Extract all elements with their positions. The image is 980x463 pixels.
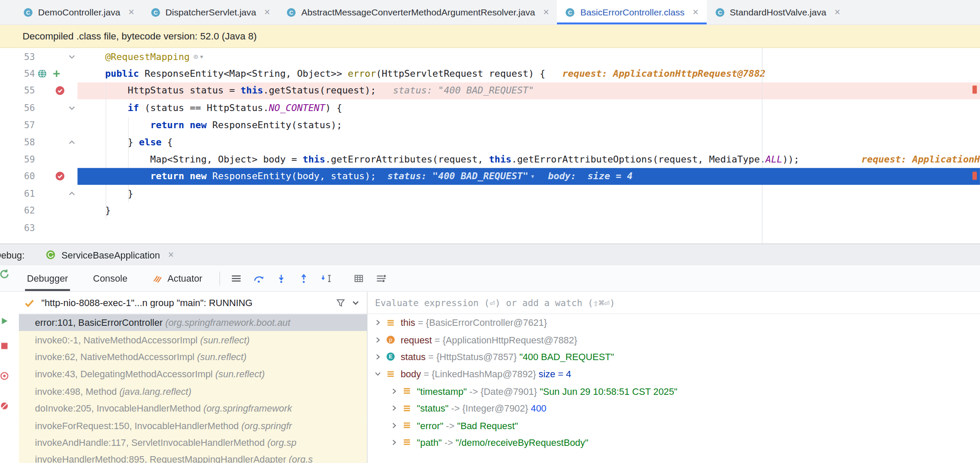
variable-row[interactable]: "path" -> "/demo/receiveByRequestBody" [367,434,980,451]
view-breakpoints-button[interactable] [0,368,12,383]
gutter[interactable]: 55 [0,82,78,99]
tool-tab-debugger[interactable]: Debugger [25,265,70,291]
stack-frame[interactable]: invoke:43, DelegatingMethodAccessorImpl … [19,365,367,382]
code-text[interactable]: public ResponseEntity<Map<String, Object… [78,65,980,82]
editor-tab[interactable]: CDispatcherServlet.java× [142,0,278,24]
variable-reference: {Integer@7902} [463,403,531,414]
gutter[interactable]: 57 [0,117,78,134]
close-tab-icon[interactable]: × [835,7,841,17]
fold-up-icon[interactable] [68,138,76,146]
gutter[interactable]: 54 [0,65,78,82]
chevron-right-icon[interactable] [389,439,399,446]
line-number: 55 [0,86,35,96]
close-tab-icon[interactable]: × [264,7,270,17]
filter-icon[interactable] [336,298,345,307]
layout-settings-button[interactable] [372,270,390,287]
chevron-right-icon[interactable] [372,319,382,326]
chevron-right-icon[interactable] [389,405,399,412]
frame-location: (org.springfr [242,420,292,431]
stack-frame[interactable]: invoke0:-1, NativeMethodAccessorImpl (su… [19,331,367,349]
breakpoint-icon[interactable] [55,86,65,96]
breakpoint-icon[interactable] [55,171,65,181]
code-text[interactable] [78,219,980,236]
chevron-right-icon[interactable] [389,422,399,429]
chevron-down-icon[interactable] [352,299,359,306]
variable-row[interactable]: body = {LinkedHashMap@7892} size = 4 [367,365,980,382]
tool-tab-label: Debugger [27,273,68,284]
indent-guide [128,117,129,202]
error-stripe-breakpoint-mark[interactable] [972,172,977,180]
code-text[interactable]: @RequestMapping⊙▾ [78,48,980,65]
editor-tab[interactable]: CDemoController.java× [15,0,142,24]
code-text[interactable]: Map<String, Object> body = this.getError… [78,151,980,168]
rerun-icon [0,268,10,280]
gutter[interactable]: 61 [0,185,78,202]
variable-row[interactable]: this = {BasicErrorController@7621} [367,314,980,331]
stack-frame[interactable]: error:101, BasicErrorController (org.spr… [19,314,367,331]
step-out-button[interactable] [295,270,312,287]
fold-down-icon[interactable] [68,53,76,60]
editor-tab[interactable]: CBasicErrorController.class× [557,0,706,24]
stack-frame[interactable]: doInvoke:205, InvocableHandlerMethod (or… [19,400,367,417]
evaluate-expression-input[interactable]: Evaluate expression (⏎) or add a watch (… [367,292,980,314]
close-session-icon[interactable]: × [168,249,174,260]
run-to-cursor-button[interactable] [318,270,335,287]
chevron-right-icon[interactable] [372,353,382,360]
close-tab-icon[interactable]: × [693,7,699,17]
stack-frame[interactable]: invoke:498, Method (java.lang.reflect) [19,382,367,400]
stack-frame[interactable]: invokeAndHandle:117, ServletInvocableHan… [19,434,367,451]
code-text[interactable]: return new ResponseEntity(body, status);… [78,168,980,185]
line-number: 53 [0,51,35,61]
variable-row[interactable]: "timestamp" -> {Date@7901} "Sun Jun 29 1… [367,382,980,400]
variable-row[interactable]: "error" -> "Bad Request" [367,417,980,434]
tool-tab-actuator[interactable]: Actuator [151,265,204,291]
chevron-right-icon[interactable] [389,388,399,394]
menu-button[interactable] [227,270,245,287]
stop-button[interactable] [0,338,12,353]
step-over-button[interactable] [250,270,267,287]
thread-selector[interactable]: "http-nio-8088-exec-1"...n group "main":… [19,292,367,314]
code-line: 55 HttpStatus status = this.getStatus(re… [0,82,980,99]
step-into-button[interactable] [272,270,290,287]
variable-row[interactable]: Estatus = {HttpStatus@7857} "400 BAD_REQ… [367,348,980,365]
view-as-table-button[interactable] [350,270,367,287]
code-text[interactable]: } [78,202,980,219]
variable-row[interactable]: "status" -> {Integer@7902} 400 [367,400,980,417]
debug-session-tab[interactable]: ServiceBaseApplication × [46,249,174,260]
gutter[interactable]: 60 [0,168,78,185]
tool-tab-console[interactable]: Console [91,265,130,291]
code-text[interactable]: } [78,185,980,202]
stack-frame[interactable]: invoke:62, NativeMethodAccessorImpl (sun… [19,348,367,365]
code-editor[interactable]: 53 @RequestMapping⊙▾54 public ResponseEn… [0,48,980,244]
fold-up-icon[interactable] [68,190,76,197]
generate-request-icon[interactable] [52,69,61,78]
code-text[interactable]: } else { [78,134,980,151]
chevron-down-icon[interactable] [372,370,382,377]
close-tab-icon[interactable]: × [543,7,549,17]
gutter[interactable]: 58 [0,134,78,151]
editor-tab[interactable]: CAbstractMessageConverterMethodArgumentR… [278,0,557,24]
code-text[interactable]: return new ResponseEntity(status); [78,117,980,134]
endpoint-globe-icon[interactable] [37,69,47,78]
variable-row[interactable]: prequest = {ApplicationHttpRequest@7882} [367,331,980,349]
error-stripe-breakpoint-mark[interactable] [972,86,977,94]
editor-tab[interactable]: CStandardHostValve.java× [707,0,848,24]
gutter[interactable]: 53 [0,48,78,65]
rerun-button[interactable] [0,267,12,282]
gutter[interactable]: 63 [0,219,78,236]
gutter[interactable]: 59 [0,151,78,168]
stack-frame[interactable]: invokeForRequest:150, InvocableHandlerMe… [19,417,367,434]
evaluate-placeholder: Evaluate expression (⏎) or add a watch (… [375,298,615,307]
code-text[interactable]: if (status == HttpStatus.NO_CONTENT) { [78,99,980,117]
fold-down-icon[interactable] [68,104,76,111]
chevron-right-icon[interactable] [372,336,382,343]
resume-button[interactable] [0,313,12,328]
mute-breakpoints-button[interactable] [0,398,12,413]
line-number: 54 [0,69,35,78]
frame-method: invokeAndHandle:117, ServletInvocableHan… [35,437,267,448]
gutter[interactable]: 62 [0,202,78,219]
stack-frame[interactable]: invokeHandlerMethod:895, RequestMappingH… [19,451,367,463]
close-tab-icon[interactable]: × [128,7,134,17]
gutter[interactable]: 56 [0,99,78,117]
code-text[interactable]: HttpStatus status = this.getStatus(reque… [78,82,980,99]
